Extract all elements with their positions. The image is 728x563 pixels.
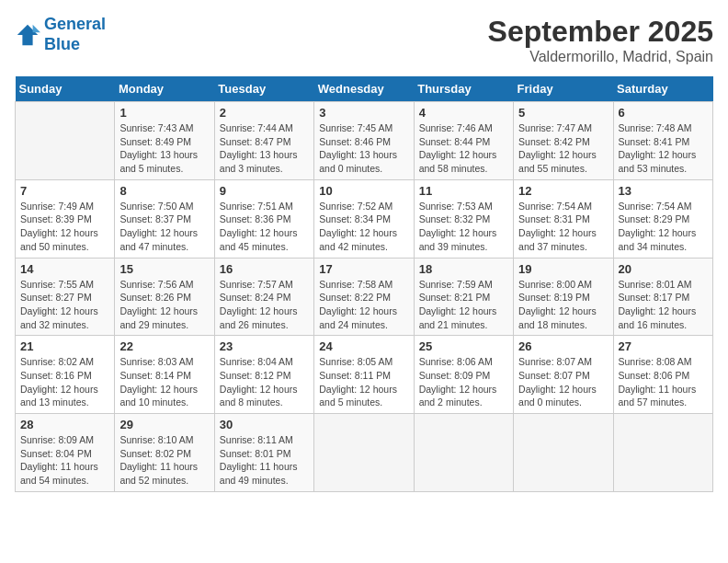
day-number: 9	[220, 184, 309, 198]
day-number: 17	[319, 262, 408, 276]
calendar-cell: 22Sunrise: 8:03 AMSunset: 8:14 PMDayligh…	[115, 336, 214, 414]
day-info: Sunrise: 7:45 AMSunset: 8:46 PMDaylight:…	[319, 121, 408, 176]
day-number: 29	[119, 418, 209, 431]
day-number: 25	[419, 339, 508, 353]
calendar-cell: 12Sunrise: 7:54 AMSunset: 8:31 PMDayligh…	[514, 179, 613, 258]
calendar-cell: 6Sunrise: 7:48 AMSunset: 8:41 PMDaylight…	[613, 102, 712, 180]
weekday-header-friday: Friday	[514, 76, 613, 102]
calendar-cell: 20Sunrise: 8:01 AMSunset: 8:17 PMDayligh…	[613, 258, 712, 336]
day-info: Sunrise: 7:46 AMSunset: 8:44 PMDaylight:…	[419, 121, 508, 176]
calendar-cell: 29Sunrise: 8:10 AMSunset: 8:02 PMDayligh…	[115, 414, 214, 492]
day-number: 13	[619, 184, 708, 198]
weekday-header-sunday: Sunday	[16, 76, 115, 102]
calendar-cell: 28Sunrise: 8:09 AMSunset: 8:04 PMDayligh…	[16, 414, 115, 492]
calendar-cell	[414, 414, 513, 492]
day-info: Sunrise: 7:44 AMSunset: 8:47 PMDaylight:…	[220, 121, 309, 176]
day-number: 4	[419, 106, 508, 120]
calendar-cell	[613, 414, 712, 492]
day-info: Sunrise: 7:54 AMSunset: 8:31 PMDaylight:…	[518, 200, 608, 254]
day-number: 10	[319, 184, 408, 198]
day-number: 26	[518, 339, 608, 353]
weekday-header-thursday: Thursday	[414, 76, 513, 102]
logo-icon	[15, 22, 40, 48]
weekday-header-monday: Monday	[115, 76, 214, 102]
day-info: Sunrise: 7:55 AMSunset: 8:27 PMDaylight:…	[20, 278, 109, 332]
day-info: Sunrise: 8:04 AMSunset: 8:12 PMDaylight:…	[220, 355, 309, 409]
calendar-cell	[16, 102, 115, 180]
day-info: Sunrise: 8:06 AMSunset: 8:09 PMDaylight:…	[419, 355, 508, 409]
calendar-cell: 7Sunrise: 7:49 AMSunset: 8:39 PMDaylight…	[16, 179, 115, 258]
calendar-cell	[514, 414, 613, 492]
day-number: 12	[518, 184, 608, 198]
day-info: Sunrise: 7:43 AMSunset: 8:49 PMDaylight:…	[119, 121, 209, 176]
calendar-cell: 27Sunrise: 8:08 AMSunset: 8:06 PMDayligh…	[613, 336, 712, 414]
calendar-cell: 24Sunrise: 8:05 AMSunset: 8:11 PMDayligh…	[314, 336, 414, 414]
day-info: Sunrise: 8:11 AMSunset: 8:01 PMDaylight:…	[220, 433, 309, 488]
day-number: 5	[518, 106, 608, 120]
day-info: Sunrise: 7:49 AMSunset: 8:39 PMDaylight:…	[20, 200, 109, 254]
day-number: 20	[619, 262, 708, 276]
month-title: September 2025	[488, 15, 713, 49]
day-number: 18	[419, 262, 508, 276]
day-info: Sunrise: 7:53 AMSunset: 8:32 PMDaylight:…	[419, 200, 508, 254]
page-header: General Blue September 2025 Valdermorill…	[15, 15, 713, 65]
day-info: Sunrise: 8:05 AMSunset: 8:11 PMDaylight:…	[319, 355, 408, 409]
day-info: Sunrise: 8:03 AMSunset: 8:14 PMDaylight:…	[119, 355, 209, 409]
day-number: 21	[20, 339, 109, 353]
calendar-cell: 18Sunrise: 7:59 AMSunset: 8:21 PMDayligh…	[414, 258, 513, 336]
calendar-cell: 9Sunrise: 7:51 AMSunset: 8:36 PMDaylight…	[214, 179, 313, 258]
day-info: Sunrise: 7:58 AMSunset: 8:22 PMDaylight:…	[319, 278, 408, 332]
calendar-cell: 3Sunrise: 7:45 AMSunset: 8:46 PMDaylight…	[314, 102, 414, 180]
day-info: Sunrise: 8:01 AMSunset: 8:17 PMDaylight:…	[619, 278, 708, 332]
calendar-cell: 21Sunrise: 8:02 AMSunset: 8:16 PMDayligh…	[16, 336, 115, 414]
day-number: 1	[119, 106, 209, 120]
calendar-week-3: 14Sunrise: 7:55 AMSunset: 8:27 PMDayligh…	[16, 258, 713, 336]
day-number: 23	[220, 339, 309, 353]
day-info: Sunrise: 7:54 AMSunset: 8:29 PMDaylight:…	[619, 200, 708, 254]
logo: General Blue	[15, 15, 106, 54]
calendar-cell: 11Sunrise: 7:53 AMSunset: 8:32 PMDayligh…	[414, 179, 513, 258]
calendar-cell: 17Sunrise: 7:58 AMSunset: 8:22 PMDayligh…	[314, 258, 414, 336]
day-info: Sunrise: 8:07 AMSunset: 8:07 PMDaylight:…	[518, 355, 608, 409]
day-number: 15	[119, 262, 209, 276]
calendar-cell	[314, 414, 414, 492]
calendar-week-5: 28Sunrise: 8:09 AMSunset: 8:04 PMDayligh…	[16, 414, 713, 492]
calendar-cell: 14Sunrise: 7:55 AMSunset: 8:27 PMDayligh…	[16, 258, 115, 336]
day-info: Sunrise: 8:08 AMSunset: 8:06 PMDaylight:…	[619, 355, 708, 409]
day-info: Sunrise: 8:09 AMSunset: 8:04 PMDaylight:…	[20, 433, 109, 488]
day-info: Sunrise: 7:57 AMSunset: 8:24 PMDaylight:…	[220, 278, 309, 332]
day-number: 22	[119, 339, 209, 353]
calendar-cell: 2Sunrise: 7:44 AMSunset: 8:47 PMDaylight…	[214, 102, 313, 180]
calendar-cell: 23Sunrise: 8:04 AMSunset: 8:12 PMDayligh…	[214, 336, 313, 414]
calendar-cell: 4Sunrise: 7:46 AMSunset: 8:44 PMDaylight…	[414, 102, 513, 180]
calendar-cell: 1Sunrise: 7:43 AMSunset: 8:49 PMDaylight…	[115, 102, 214, 180]
day-info: Sunrise: 7:52 AMSunset: 8:34 PMDaylight:…	[319, 200, 408, 254]
day-number: 28	[20, 418, 109, 431]
day-number: 7	[20, 184, 109, 198]
day-number: 8	[119, 184, 209, 198]
day-number: 30	[220, 418, 309, 431]
day-number: 19	[518, 262, 608, 276]
calendar-cell: 25Sunrise: 8:06 AMSunset: 8:09 PMDayligh…	[414, 336, 513, 414]
calendar-table: SundayMondayTuesdayWednesdayThursdayFrid…	[15, 76, 713, 492]
calendar-cell: 26Sunrise: 8:07 AMSunset: 8:07 PMDayligh…	[514, 336, 613, 414]
day-info: Sunrise: 7:47 AMSunset: 8:42 PMDaylight:…	[518, 121, 608, 176]
day-info: Sunrise: 7:59 AMSunset: 8:21 PMDaylight:…	[419, 278, 508, 332]
title-block: September 2025 Valdermorillo, Madrid, Sp…	[488, 15, 713, 65]
calendar-cell: 19Sunrise: 8:00 AMSunset: 8:19 PMDayligh…	[514, 258, 613, 336]
day-number: 3	[319, 106, 408, 120]
day-info: Sunrise: 7:51 AMSunset: 8:36 PMDaylight:…	[220, 200, 309, 254]
day-number: 11	[419, 184, 508, 198]
day-info: Sunrise: 8:10 AMSunset: 8:02 PMDaylight:…	[119, 433, 209, 488]
calendar-cell: 15Sunrise: 7:56 AMSunset: 8:26 PMDayligh…	[115, 258, 214, 336]
day-number: 16	[220, 262, 309, 276]
calendar-cell: 13Sunrise: 7:54 AMSunset: 8:29 PMDayligh…	[613, 179, 712, 258]
calendar-cell: 5Sunrise: 7:47 AMSunset: 8:42 PMDaylight…	[514, 102, 613, 180]
calendar-cell: 8Sunrise: 7:50 AMSunset: 8:37 PMDaylight…	[115, 179, 214, 258]
day-number: 24	[319, 339, 408, 353]
day-info: Sunrise: 7:50 AMSunset: 8:37 PMDaylight:…	[119, 200, 209, 254]
calendar-week-4: 21Sunrise: 8:02 AMSunset: 8:16 PMDayligh…	[16, 336, 713, 414]
calendar-cell: 10Sunrise: 7:52 AMSunset: 8:34 PMDayligh…	[314, 179, 414, 258]
day-info: Sunrise: 8:00 AMSunset: 8:19 PMDaylight:…	[518, 278, 608, 332]
logo-text: General Blue	[44, 15, 106, 54]
